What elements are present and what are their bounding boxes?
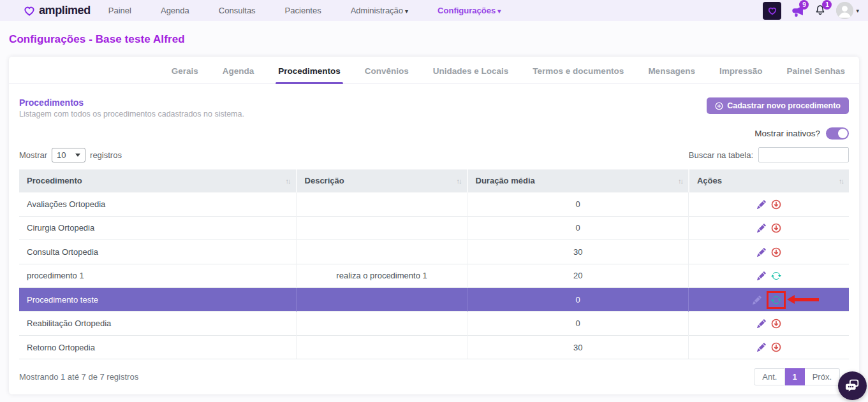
cell-descricao: realiza o procedimento 1	[297, 264, 467, 288]
nav-item-painel[interactable]: Painel	[108, 6, 131, 15]
column-header-procedimento[interactable]: Procedimento↑↓	[19, 169, 297, 192]
heart-logo-icon	[767, 6, 777, 16]
cell-descricao	[297, 240, 467, 264]
show-inactive-label: Mostrar inativos?	[754, 129, 820, 138]
tab-painel-senhas[interactable]: Painel Senhas	[786, 66, 845, 76]
tab-procedimentos[interactable]: Procedimentos	[278, 66, 341, 76]
tab-gerais[interactable]: Gerais	[172, 66, 198, 76]
pagination-prev-button[interactable]: Ant.	[754, 368, 785, 385]
search-input[interactable]	[758, 147, 849, 162]
edit-pencil-icon[interactable]	[757, 343, 766, 352]
table-row: Cirurgia Ortopedia 0	[19, 216, 849, 240]
pagination-next-button[interactable]: Próx.	[805, 368, 840, 385]
chevron-down-icon: ▾	[856, 8, 859, 14]
procedures-table: Procedimento↑↓ Descrição↑↓ Duração média…	[19, 169, 849, 359]
table-row: procedimento 1 realiza o procedimento 1 …	[19, 264, 849, 288]
cell-duracao: 30	[467, 240, 689, 264]
cell-duracao: 30	[467, 335, 689, 359]
edit-pencil-icon[interactable]	[757, 271, 766, 280]
chevron-down-icon: ▾	[497, 8, 501, 15]
column-header-descricao[interactable]: Descrição↑↓	[297, 169, 467, 192]
table-row: Consulta Ortopedia 30	[19, 240, 849, 264]
pagination: Ant. 1 Próx.	[754, 368, 840, 385]
chat-icon	[844, 378, 860, 394]
cell-procedimento: Retorno Ortopedia	[19, 335, 297, 359]
column-header-duracao-media[interactable]: Duração média↑↓	[467, 169, 689, 192]
page-size-value: 10	[57, 150, 66, 160]
tab-agenda[interactable]: Agenda	[223, 66, 254, 76]
nav-item-administracao[interactable]: Administração▾	[351, 6, 408, 15]
announcements-button[interactable]: 9	[790, 4, 804, 18]
deactivate-icon[interactable]	[771, 223, 781, 233]
cell-procedimento: Reabilitação Ortopedia	[19, 312, 297, 336]
cell-acoes	[689, 240, 849, 264]
tab-unidades-e-locais[interactable]: Unidades e Locais	[433, 66, 509, 76]
edit-pencil-icon[interactable]	[757, 248, 766, 257]
notifications-button[interactable]: 1	[813, 4, 827, 18]
edit-pencil-icon[interactable]	[757, 319, 766, 328]
deactivate-icon[interactable]	[771, 199, 781, 210]
deactivate-icon[interactable]	[771, 319, 781, 329]
cell-descricao	[297, 335, 467, 359]
tab-impressao[interactable]: Impressão	[719, 66, 763, 76]
add-procedure-button[interactable]: Cadastrar novo procedimento	[707, 97, 849, 114]
settings-card: Gerais Agenda Procedimentos Convênios Un…	[9, 57, 859, 394]
show-inactive-toggle[interactable]	[826, 127, 849, 140]
chat-button[interactable]	[838, 371, 867, 400]
edit-pencil-icon[interactable]	[757, 224, 766, 233]
cell-duracao: 0	[467, 288, 689, 312]
toggle-knob	[838, 129, 848, 138]
edit-pencil-icon[interactable]	[753, 296, 761, 305]
table-header-row: Procedimento↑↓ Descrição↑↓ Duração média…	[19, 169, 849, 192]
annotation-box	[767, 291, 786, 309]
nav-item-pacientes[interactable]: Pacientes	[285, 6, 321, 15]
announcements-badge: 9	[799, 0, 809, 10]
sort-icon[interactable]: ↑↓	[839, 177, 843, 185]
cell-duracao: 0	[467, 192, 689, 217]
page-title: Configurações - Base teste Alfred	[9, 33, 868, 46]
tab-convenios[interactable]: Convênios	[365, 66, 409, 76]
app-logo-square[interactable]	[763, 2, 781, 20]
brand-logo[interactable]: amplimed	[23, 4, 91, 17]
main-nav: Painel Agenda Consultas Pacientes Admini…	[108, 6, 501, 15]
cell-acoes	[689, 216, 849, 240]
sort-icon[interactable]: ↑↓	[678, 177, 682, 185]
cell-procedimento: Cirurgia Ortopedia	[19, 216, 297, 240]
section-heading: Procedimentos	[19, 97, 244, 108]
cell-procedimento: Procedimento teste	[19, 288, 297, 312]
pagination-page-1[interactable]: 1	[785, 368, 804, 385]
cell-procedimento: Avaliações Ortopedia	[19, 192, 297, 217]
cell-acoes	[689, 312, 849, 336]
cell-duracao: 20	[467, 264, 689, 288]
reactivate-icon[interactable]	[771, 295, 781, 305]
table-row-highlighted: Procedimento teste 0	[19, 288, 849, 312]
nav-item-consultas[interactable]: Consultas	[219, 6, 256, 15]
user-menu[interactable]: ▾	[836, 2, 859, 19]
records-label: registros	[90, 150, 122, 160]
nav-item-agenda[interactable]: Agenda	[161, 6, 189, 15]
top-navbar: amplimed Painel Agenda Consultas Pacient…	[0, 0, 868, 21]
column-header-acoes[interactable]: Ações↑↓	[689, 169, 849, 192]
cell-acoes	[689, 288, 849, 312]
annotation-arrow	[787, 295, 819, 304]
heart-logo-icon	[23, 4, 36, 17]
cell-descricao	[297, 192, 467, 217]
tab-mensagens[interactable]: Mensagens	[648, 66, 695, 76]
edit-pencil-icon[interactable]	[757, 200, 766, 209]
sort-icon[interactable]: ↑↓	[457, 177, 461, 185]
chevron-down-icon: ▾	[405, 8, 408, 15]
deactivate-icon[interactable]	[771, 247, 781, 257]
section-subtitle: Listagem com todos os procedimentos cada…	[19, 110, 244, 118]
cell-duracao: 0	[467, 216, 689, 240]
reactivate-icon[interactable]	[771, 271, 781, 281]
cell-descricao	[297, 216, 467, 240]
settings-tabs: Gerais Agenda Procedimentos Convênios Un…	[9, 57, 859, 84]
sort-icon[interactable]: ↑↓	[286, 177, 290, 185]
page-size-select[interactable]: 10	[52, 148, 85, 162]
brand-name: amplimed	[39, 4, 91, 17]
tab-termos-e-documentos[interactable]: Termos e documentos	[533, 66, 624, 76]
deactivate-icon[interactable]	[771, 342, 781, 352]
cell-acoes	[689, 335, 849, 359]
table-row: Avaliações Ortopedia 0	[19, 192, 849, 217]
nav-item-configuracoes[interactable]: Configurações▾	[438, 6, 501, 15]
